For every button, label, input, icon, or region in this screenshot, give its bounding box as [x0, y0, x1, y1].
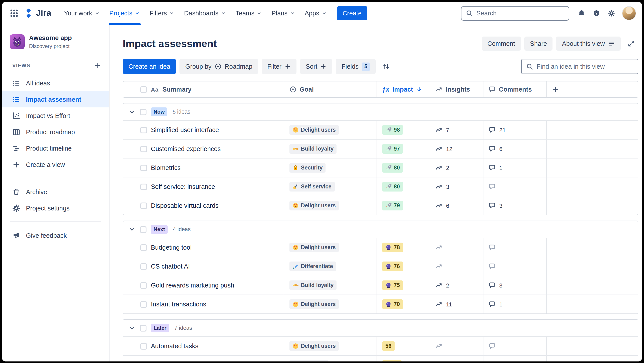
goal-cell[interactable]: Delight users — [284, 121, 376, 139]
goal-cell[interactable]: Delight users — [284, 337, 376, 355]
summary-cell[interactable]: Gold rewards marketing push — [123, 276, 284, 294]
comments-cell[interactable] — [483, 177, 546, 196]
idea-row[interactable]: Self service: insuranceSelf service803 — [123, 177, 638, 196]
settings-button[interactable] — [604, 6, 618, 20]
idea-row[interactable]: Budgeting toolDelight users78 — [123, 238, 638, 257]
idea-row[interactable]: Simplified user interfaceDelight users98… — [123, 120, 638, 139]
summary-cell[interactable]: Budgeting tool — [123, 238, 284, 257]
global-search[interactable] — [461, 6, 569, 21]
row-checkbox[interactable] — [140, 183, 147, 190]
impact-score-chip[interactable]: 70 — [382, 299, 403, 309]
goal-cell[interactable]: Delight users — [284, 295, 376, 313]
user-avatar[interactable] — [622, 6, 636, 20]
goal-chip[interactable]: Build loyalty — [290, 280, 337, 290]
goal-cell[interactable]: Delight users — [284, 196, 376, 215]
insights-cell[interactable] — [430, 257, 483, 276]
group-header[interactable]: Next4 ideas — [123, 221, 638, 238]
sidebar-item-all-ideas[interactable]: All ideas — [2, 75, 109, 91]
summary-cell[interactable]: CS chatbot AI — [123, 257, 284, 276]
fields-button[interactable]: Fields 5 — [336, 59, 376, 74]
goal-chip[interactable]: Delight users — [290, 341, 339, 351]
row-checkbox[interactable] — [140, 282, 147, 289]
summary-cell[interactable]: Simplified user interface — [123, 121, 284, 139]
impact-cell[interactable]: 80 — [376, 177, 430, 196]
impact-score-chip[interactable]: 79 — [382, 201, 403, 210]
impact-score-chip[interactable]: 76 — [382, 261, 403, 271]
sidebar-item-product-roadmap[interactable]: Product roadmap — [2, 124, 109, 140]
comments-cell[interactable] — [483, 337, 546, 355]
column-header-summary[interactable]: AaSummary — [123, 82, 284, 97]
notifications-button[interactable] — [574, 6, 588, 20]
sort-button[interactable]: Sort — [300, 59, 332, 74]
column-header-comments[interactable]: Comments — [483, 82, 546, 97]
project-header[interactable]: Awesome app Discovery project — [2, 34, 109, 49]
idea-row[interactable]: Disposable virtual cardsDelight users796… — [123, 196, 638, 215]
summary-cell[interactable]: Biometrics — [123, 159, 284, 177]
row-checkbox[interactable] — [140, 263, 147, 270]
goal-chip[interactable] — [290, 360, 328, 361]
expand-view-button[interactable] — [624, 37, 638, 51]
comment-button[interactable]: Comment — [482, 37, 521, 51]
idea-row[interactable]: BiometricsSecurity8021 — [123, 158, 638, 177]
help-button[interactable]: ? — [590, 6, 604, 20]
idea-row[interactable]: Customised experiencesBuild loyalty97126 — [123, 139, 638, 158]
sidebar-item-archive[interactable]: Archive — [2, 184, 109, 200]
sidebar-item-give-feedback[interactable]: Give feedback — [2, 227, 109, 243]
impact-cell[interactable]: 79 — [376, 196, 430, 215]
create-idea-button[interactable]: Create an idea — [123, 59, 176, 74]
global-search-input[interactable] — [476, 10, 564, 17]
goal-chip[interactable]: Differentiate — [290, 261, 336, 271]
goal-cell[interactable] — [284, 356, 376, 361]
insights-cell[interactable]: 7 — [430, 121, 483, 139]
nav-menu-dashboards[interactable]: Dashboards — [179, 2, 231, 25]
impact-score-chip[interactable]: 78 — [382, 243, 403, 252]
nav-menu-teams[interactable]: Teams — [231, 2, 266, 25]
row-checkbox[interactable] — [140, 202, 147, 209]
insights-cell[interactable] — [430, 238, 483, 257]
idea-row[interactable]: Gold rewards marketing pushBuild loyalty… — [123, 276, 638, 294]
summary-cell[interactable]: Disposable virtual cards — [123, 196, 284, 215]
comments-cell[interactable]: 3 — [483, 276, 546, 294]
idea-row[interactable]: Instant transactionsDelight users70111 — [123, 294, 638, 313]
find-idea-input[interactable] — [537, 63, 634, 70]
insights-cell[interactable]: 3 — [430, 177, 483, 196]
comments-cell[interactable] — [483, 356, 546, 361]
idea-row[interactable] — [123, 355, 638, 361]
impact-cell[interactable]: 80 — [376, 159, 430, 177]
comments-cell[interactable]: 6 — [483, 140, 546, 158]
comments-cell[interactable]: 1 — [483, 295, 546, 313]
find-idea-search[interactable] — [521, 59, 638, 74]
goal-cell[interactable]: Differentiate — [284, 257, 376, 276]
row-checkbox[interactable] — [140, 127, 147, 133]
collapse-group-icon[interactable] — [128, 108, 136, 115]
impact-score-chip[interactable]: 98 — [382, 125, 403, 135]
row-checkbox[interactable] — [140, 164, 147, 171]
filter-button[interactable]: Filter — [262, 59, 296, 74]
row-checkbox[interactable] — [140, 301, 147, 307]
group-header[interactable]: Now5 ideas — [123, 104, 638, 120]
impact-cell[interactable]: 75 — [376, 276, 430, 294]
impact-cell[interactable]: 76 — [376, 257, 430, 276]
insights-cell[interactable] — [430, 337, 483, 355]
insights-cell[interactable]: 12 — [430, 140, 483, 158]
group-checkbox[interactable] — [140, 325, 146, 331]
add-column-header[interactable] — [546, 82, 638, 97]
impact-cell[interactable]: 98 — [376, 121, 430, 139]
insights-cell[interactable]: 2 — [430, 276, 483, 294]
goal-cell[interactable]: Self service — [284, 177, 376, 196]
create-button[interactable]: Create — [337, 6, 367, 20]
group-checkbox[interactable] — [140, 226, 146, 233]
impact-score-chip[interactable]: 80 — [382, 163, 403, 173]
collapse-group-icon[interactable] — [128, 324, 136, 331]
group-by-button[interactable]: Group by Roadmap — [180, 59, 258, 74]
impact-cell[interactable]: 70 — [376, 295, 430, 313]
goal-chip[interactable]: Self service — [290, 182, 334, 192]
about-this-view-button[interactable]: About this view — [556, 37, 621, 51]
nav-menu-filters[interactable]: Filters — [145, 2, 179, 25]
impact-cell[interactable]: 56 — [376, 337, 430, 355]
goal-cell[interactable]: Build loyalty — [284, 140, 376, 158]
insights-cell[interactable]: 11 — [430, 295, 483, 313]
sidebar-item-project-settings[interactable]: Project settings — [2, 200, 109, 216]
goal-cell[interactable]: Delight users — [284, 238, 376, 257]
collapse-group-icon[interactable] — [128, 226, 136, 233]
